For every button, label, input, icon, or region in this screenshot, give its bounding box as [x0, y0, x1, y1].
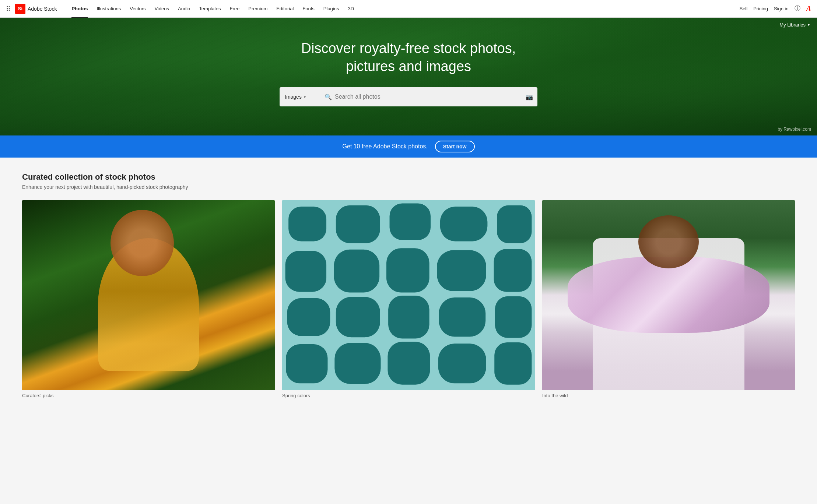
section-subtitle: Enhance your next project with beautiful…: [22, 184, 795, 190]
nav-link-editorial[interactable]: Editorial: [272, 0, 298, 18]
search-type-label: Images: [285, 94, 302, 100]
svg-rect-14: [439, 297, 485, 336]
search-type-chevron-icon: ▾: [304, 95, 306, 99]
adobe-icon: A: [806, 4, 811, 13]
promo-text: Get 10 free Adobe Stock photos.: [342, 143, 427, 150]
section-title: Curated collection of stock photos: [22, 172, 795, 182]
svg-rect-16: [286, 344, 327, 383]
photo-forest-girl: [22, 200, 275, 390]
hero-title: Discover royalty-free stock photos, pict…: [280, 39, 537, 76]
main-content: Curated collection of stock photos Enhan…: [0, 158, 817, 413]
gallery-grid: Curators' picks: [22, 200, 795, 398]
main-nav: ⠿ St Adobe Stock Photos Illustrations Ve…: [0, 0, 817, 18]
nav-link-videos[interactable]: Videos: [150, 0, 174, 18]
search-input-area: 🔍 📷: [320, 94, 537, 101]
teal-pattern-svg: [282, 200, 535, 390]
signin-link[interactable]: Sign in: [774, 6, 789, 11]
nav-link-plugins[interactable]: Plugins: [319, 0, 344, 18]
svg-rect-7: [334, 250, 379, 293]
grid-icon[interactable]: ⠿: [6, 5, 11, 13]
nav-link-audio[interactable]: Audio: [173, 0, 194, 18]
start-now-button[interactable]: Start now: [435, 141, 475, 152]
svg-rect-11: [287, 298, 330, 336]
gallery-item-1[interactable]: Curators' picks: [22, 200, 275, 398]
camera-search-icon[interactable]: 📷: [526, 94, 533, 101]
svg-rect-20: [494, 342, 532, 385]
nav-link-free[interactable]: Free: [225, 0, 244, 18]
hero-section: My Libraries ▾ Discover royalty-free sto…: [0, 18, 817, 135]
gallery-caption-3: Into the wild: [542, 393, 795, 398]
svg-rect-1: [288, 207, 326, 241]
svg-rect-10: [494, 249, 532, 292]
nav-left: ⠿ St Adobe Stock Photos Illustrations Ve…: [6, 0, 358, 18]
svg-rect-12: [336, 297, 380, 337]
hero-content: Discover royalty-free stock photos, pict…: [280, 39, 537, 107]
gallery-caption-2: Spring colors: [282, 393, 535, 398]
svg-rect-19: [438, 343, 486, 383]
nav-link-fonts[interactable]: Fonts: [298, 0, 319, 18]
svg-rect-6: [285, 251, 326, 292]
nav-link-vectors[interactable]: Vectors: [125, 0, 150, 18]
logo-box: St: [15, 4, 25, 14]
svg-rect-17: [334, 343, 381, 384]
chevron-down-icon: ▾: [808, 23, 810, 27]
svg-rect-13: [388, 296, 429, 339]
my-libraries-button[interactable]: My Libraries ▾: [779, 22, 810, 28]
nav-link-templates[interactable]: Templates: [194, 0, 225, 18]
nav-link-3d[interactable]: 3D: [343, 0, 358, 18]
search-input[interactable]: [335, 94, 523, 100]
photo-credit: by Rawpixel.com: [778, 127, 811, 132]
help-icon[interactable]: ⓘ: [795, 5, 800, 13]
gallery-item-3[interactable]: Into the wild: [542, 200, 795, 398]
svg-rect-3: [390, 204, 431, 240]
svg-rect-4: [440, 207, 488, 241]
photo-teal-pattern: [282, 200, 535, 390]
pricing-link[interactable]: Pricing: [753, 6, 768, 11]
svg-rect-8: [386, 248, 429, 292]
nav-link-premium[interactable]: Premium: [244, 0, 272, 18]
promo-banner: Get 10 free Adobe Stock photos. Start no…: [0, 135, 817, 158]
brand-name: Adobe Stock: [28, 6, 57, 12]
photo-woman-flowers: [542, 200, 795, 390]
svg-rect-9: [437, 250, 486, 291]
gallery-item-2[interactable]: Spring colors: [282, 200, 535, 398]
svg-rect-5: [497, 205, 532, 243]
svg-rect-15: [495, 296, 532, 338]
nav-logo[interactable]: St Adobe Stock: [15, 4, 57, 14]
search-bar: Images ▾ 🔍 📷: [280, 87, 537, 106]
svg-rect-2: [336, 205, 380, 243]
sell-link[interactable]: Sell: [739, 6, 747, 11]
nav-right: Sell Pricing Sign in ⓘ A: [739, 4, 811, 13]
svg-rect-18: [388, 342, 430, 385]
search-icon: 🔍: [325, 94, 332, 101]
nav-link-photos[interactable]: Photos: [67, 0, 92, 18]
gallery-caption-1: Curators' picks: [22, 393, 275, 398]
nav-links: Photos Illustrations Vectors Videos Audi…: [67, 0, 358, 18]
search-type-dropdown[interactable]: Images ▾: [280, 87, 320, 106]
nav-link-illustrations[interactable]: Illustrations: [92, 0, 125, 18]
